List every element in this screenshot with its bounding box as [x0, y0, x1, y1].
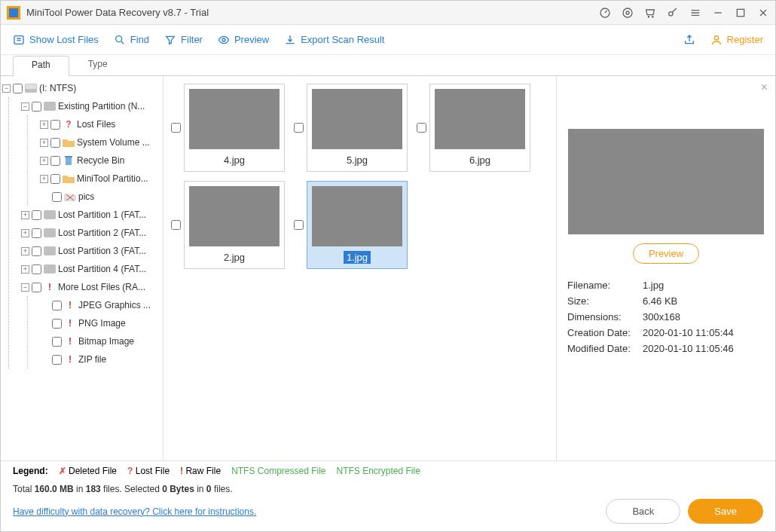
help-link[interactable]: Have difficulty with data recovery? Clic…	[13, 506, 256, 517]
thumbnail-image	[435, 89, 525, 149]
tree-png[interactable]: !PNG Image	[40, 314, 161, 332]
tree-label: Lost Files	[77, 119, 115, 130]
folder-icon	[63, 173, 75, 185]
svg-point-6	[652, 16, 653, 17]
tree-checkbox[interactable]	[52, 319, 62, 329]
find-button[interactable]: Find	[114, 34, 149, 46]
thumbnail-checkbox[interactable]	[171, 123, 181, 133]
maximize-button[interactable]	[735, 7, 747, 19]
thumbnail-checkbox[interactable]	[294, 123, 304, 133]
collapse-icon[interactable]: −	[2, 84, 11, 93]
show-lost-files-button[interactable]: Show Lost Files	[13, 34, 99, 46]
tree-root[interactable]: − (I: NTFS)	[2, 79, 161, 97]
preview-label: Preview	[234, 34, 269, 45]
tree-checkbox[interactable]	[52, 192, 62, 202]
drive-icon	[44, 227, 56, 239]
tree-checkbox[interactable]	[32, 264, 41, 274]
svg-rect-8	[737, 9, 744, 16]
thumbnail-item[interactable]: 1.jpg	[294, 181, 408, 269]
folder-icon	[63, 136, 75, 148]
tree-pics[interactable]: pics	[40, 188, 161, 206]
back-button[interactable]: Back	[606, 499, 680, 524]
register-button[interactable]: Register	[710, 34, 763, 46]
tree-lost-partition-1[interactable]: +Lost Partition 1 (FAT...	[21, 206, 161, 224]
tree-checkbox[interactable]	[50, 156, 60, 166]
svg-rect-14	[26, 84, 36, 89]
save-button[interactable]: Save	[688, 499, 763, 524]
share-button[interactable]	[683, 34, 695, 46]
thumbnail-filename: 1.jpg	[344, 251, 371, 264]
preview-open-button[interactable]: Preview	[633, 243, 699, 264]
collapse-icon[interactable]: −	[21, 283, 29, 292]
export-button[interactable]: Export Scan Result	[284, 34, 384, 46]
tree-system-volume[interactable]: +System Volume ...	[40, 133, 161, 151]
tree-label: Lost Partition 1 (FAT...	[58, 209, 146, 220]
preview-button-toolbar[interactable]: Preview	[218, 34, 269, 46]
speed-icon[interactable]	[599, 7, 611, 19]
expand-icon[interactable]: +	[21, 229, 29, 237]
tree-checkbox[interactable]	[32, 283, 41, 292]
tree-label: Lost Partition 3 (FAT...	[58, 246, 146, 256]
thumbnail-item[interactable]: 5.jpg	[294, 84, 408, 172]
raw-icon: !	[64, 335, 76, 347]
thumbnail-checkbox[interactable]	[171, 220, 181, 230]
menu-icon[interactable]	[689, 7, 701, 19]
filter-button[interactable]: Filter	[164, 34, 203, 46]
tab-type[interactable]: Type	[69, 55, 127, 75]
tree-lost-files[interactable]: +?Lost Files	[40, 115, 161, 133]
tree-checkbox[interactable]	[50, 138, 60, 148]
tree-zip[interactable]: !ZIP file	[40, 350, 161, 368]
tree-lost-partition-2[interactable]: +Lost Partition 2 (FAT...	[21, 224, 161, 242]
status-text: Total 160.0 MB in 183 files. Selected 0 …	[1, 481, 775, 496]
tree-label: MiniTool Partitio...	[77, 173, 148, 184]
thumbnail-item[interactable]: 4.jpg	[171, 84, 285, 172]
expand-icon[interactable]: +	[21, 265, 29, 274]
legend-lost: ? Lost File	[127, 466, 170, 476]
tree-checkbox[interactable]	[52, 337, 62, 347]
thumbnail-checkbox[interactable]	[417, 123, 426, 133]
tree-checkbox[interactable]	[32, 246, 41, 256]
tree-checkbox[interactable]	[52, 355, 62, 365]
expand-icon[interactable]: +	[40, 175, 48, 183]
tree-checkbox[interactable]	[32, 228, 41, 238]
svg-point-7	[669, 11, 673, 15]
expand-icon[interactable]: +	[40, 157, 48, 165]
tree-label: Lost Partition 2 (FAT...	[58, 228, 146, 238]
tree-checkbox[interactable]	[13, 84, 23, 93]
support-icon[interactable]	[622, 7, 634, 19]
created-label: Creation Date:	[567, 325, 643, 341]
tree-checkbox[interactable]	[50, 120, 60, 130]
tree-bitmap[interactable]: !Bitmap Image	[40, 332, 161, 350]
collapse-icon[interactable]: −	[21, 102, 29, 111]
tree-checkbox[interactable]	[50, 174, 60, 184]
tree-checkbox[interactable]	[32, 102, 41, 112]
tree-minitool-partition[interactable]: +MiniTool Partitio...	[40, 170, 161, 188]
tree-more-lost-files[interactable]: −!More Lost Files (RA...	[21, 278, 161, 296]
tree-label: ZIP file	[78, 354, 106, 365]
thumbnail-item[interactable]: 2.jpg	[171, 181, 285, 269]
tree-checkbox[interactable]	[52, 301, 62, 310]
tree-recycle-bin[interactable]: +Recycle Bin	[40, 151, 161, 170]
minimize-button[interactable]	[712, 7, 724, 19]
thumbnail-image	[189, 186, 280, 246]
close-button[interactable]	[757, 7, 769, 19]
tree-jpeg[interactable]: !JPEG Graphics ...	[40, 296, 161, 314]
svg-rect-18	[44, 210, 56, 219]
expand-icon[interactable]: +	[40, 121, 48, 129]
tree-existing-partition[interactable]: − Existing Partition (N...	[21, 97, 161, 115]
cart-icon[interactable]	[644, 7, 656, 19]
thumbnail-checkbox[interactable]	[294, 220, 304, 230]
tree-lost-partition-4[interactable]: +Lost Partition 4 (FAT...	[21, 260, 161, 278]
close-preview-icon[interactable]: ×	[761, 81, 768, 94]
thumbnail-filename: 4.jpg	[221, 154, 248, 167]
tree-checkbox[interactable]	[32, 210, 41, 220]
thumbnail-item[interactable]: 6.jpg	[417, 84, 530, 172]
tab-path[interactable]: Path	[13, 56, 69, 76]
expand-icon[interactable]: +	[40, 139, 48, 147]
key-icon[interactable]	[667, 7, 679, 19]
tree-lost-partition-3[interactable]: +Lost Partition 3 (FAT...	[21, 242, 161, 260]
expand-icon[interactable]: +	[21, 211, 29, 219]
register-label: Register	[727, 34, 763, 45]
drive-icon	[44, 245, 56, 257]
expand-icon[interactable]: +	[21, 247, 29, 255]
